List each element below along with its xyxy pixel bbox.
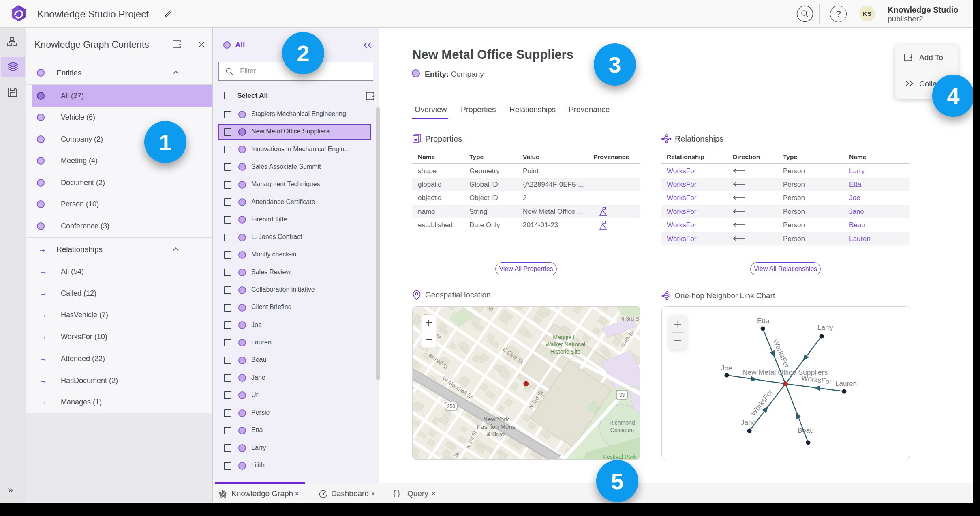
svg-text:Etta: Etta [757, 317, 770, 325]
svg-text:Lauren: Lauren [835, 380, 857, 387]
svg-text:& Boys: & Boys [486, 430, 506, 437]
svg-text:Festival Park: Festival Park [603, 454, 637, 460]
svg-text:New York: New York [483, 416, 509, 423]
svg-text:N 3rd St: N 3rd St [620, 316, 640, 322]
svg-text:33: 33 [619, 392, 625, 398]
svg-text:Maggie L.: Maggie L. [553, 334, 578, 340]
svg-text:Jane: Jane [741, 419, 756, 426]
svg-text:Walker National: Walker National [546, 341, 585, 348]
svg-text:Beau: Beau [798, 427, 814, 434]
svg-text:Larry: Larry [817, 324, 833, 331]
svg-text:Coliseum: Coliseum [610, 427, 634, 433]
svg-text:250: 250 [447, 404, 455, 409]
svg-text:Joe: Joe [721, 364, 732, 372]
svg-text:Richmond: Richmond [609, 419, 635, 426]
svg-text:Historic Site: Historic Site [550, 348, 581, 355]
svg-text:Fashion Mens: Fashion Mens [477, 423, 515, 430]
